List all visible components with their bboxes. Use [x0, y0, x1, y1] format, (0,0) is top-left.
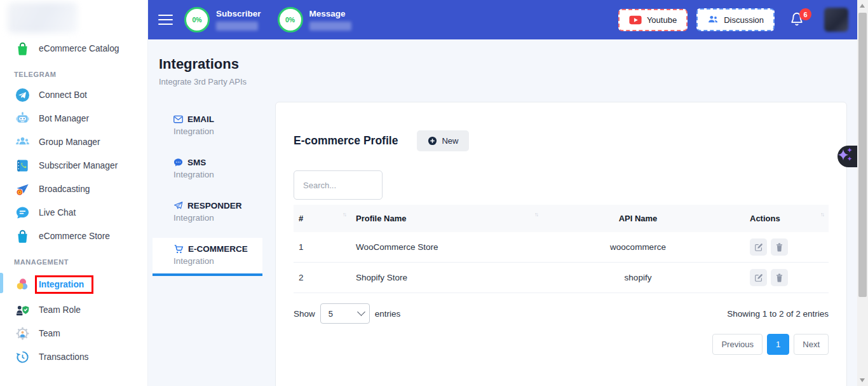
app-logo — [8, 3, 78, 33]
tab-title: EMAIL — [187, 114, 214, 124]
tab-title: SMS — [187, 158, 206, 167]
sidebar-item-ecommerce-catalog[interactable]: eCommerce Catalog — [0, 37, 147, 60]
sms-icon — [173, 158, 183, 167]
profiles-table: # ↑↓ Profile Name ↑↓ API Name Actions — [294, 205, 829, 293]
sidebar-section-management: MANAGEMENT — [14, 258, 147, 266]
profile-name-cell: Shopify Store — [351, 263, 543, 293]
subscriber-stat: 0% Subscriber — [184, 7, 261, 32]
scrollbar-thumb[interactable] — [858, 13, 867, 297]
pagination-next-button[interactable]: Next — [794, 334, 829, 355]
sidebar-item-ecommerce-store[interactable]: eCommerce Store — [0, 224, 147, 248]
trash-icon — [775, 243, 783, 252]
search-input[interactable] — [294, 170, 383, 200]
sidebar-section-telegram: TELEGRAM — [14, 71, 147, 78]
page-size-select[interactable]: 5 — [320, 303, 370, 324]
store-bag-icon — [15, 229, 30, 244]
youtube-button[interactable]: Youtube — [618, 9, 688, 31]
tab-responder-integration[interactable]: RESPONDER Integration — [148, 195, 275, 230]
contact-book-icon — [15, 158, 30, 173]
sidebar-item-label: eCommerce Store — [39, 231, 110, 241]
sidebar-item-label: Broadcasting — [39, 184, 90, 194]
sidebar-item-team[interactable]: Team — [0, 322, 147, 345]
sidebar-item-transactions[interactable]: Transactions — [0, 345, 147, 369]
table-row: 2 Shopify Store shopify — [294, 263, 829, 293]
scroll-up-arrow[interactable] — [860, 4, 865, 8]
edit-icon — [754, 243, 763, 252]
sort-icon: ↑↓ — [820, 211, 824, 217]
sidebar-item-bot-manager[interactable]: Bot Manager — [0, 107, 147, 130]
user-avatar[interactable] — [824, 8, 848, 32]
message-stat-value-redacted — [309, 22, 351, 31]
new-button-label: New — [442, 136, 458, 146]
edit-icon — [754, 273, 763, 282]
tab-subtitle: Integration — [173, 127, 269, 136]
tab-ecommerce-integration[interactable]: E-COMMERCE Integration — [153, 238, 262, 276]
hamburger-menu-icon[interactable] — [158, 15, 173, 25]
scrollbar[interactable] — [857, 0, 868, 386]
sidebar-item-label: Live Chat — [39, 208, 76, 217]
sidebar-item-label: Group Manager — [39, 137, 100, 147]
plus-circle-icon — [428, 136, 437, 146]
ai-assistant-button[interactable] — [837, 146, 857, 167]
delete-button[interactable] — [771, 269, 788, 286]
column-header-actions[interactable]: Actions ↑↓ — [733, 205, 829, 232]
notifications-button[interactable]: 6 — [790, 11, 804, 29]
sidebar-item-team-role[interactable]: Team Role — [0, 298, 147, 322]
users-icon — [707, 15, 719, 25]
tab-title: E-COMMERCE — [188, 244, 248, 254]
sidebar-item-connect-bot[interactable]: Connect Bot — [0, 83, 147, 107]
top-header: 0% Subscriber 0% Message Youtube — [148, 0, 857, 39]
subscriber-stat-value-redacted — [216, 22, 258, 31]
annotation-highlight: Integration — [35, 275, 93, 294]
sidebar-item-integration[interactable]: Integration — [0, 271, 147, 298]
entries-label: entries — [375, 309, 401, 319]
sidebar-item-broadcasting[interactable]: Broadcasting — [0, 177, 147, 201]
sidebar-item-label: Team Role — [39, 305, 81, 315]
sidebar-item-subscriber-manager[interactable]: Subscriber Manager — [0, 154, 147, 177]
sidebar-item-label: Connect Bot — [39, 90, 87, 100]
sidebar-item-group-manager[interactable]: Group Manager — [0, 130, 147, 154]
sidebar-item-live-chat[interactable]: Live Chat — [0, 201, 147, 224]
youtube-icon — [629, 15, 642, 25]
cart-icon — [173, 244, 184, 254]
show-label: Show — [294, 309, 315, 319]
page-subtitle: Integrate 3rd Party APIs — [159, 77, 857, 86]
team-gear-icon — [15, 326, 30, 341]
sidebar-item-label: Bot Manager — [39, 114, 89, 123]
ecommerce-profile-panel: E-commerce Profile New # ↑↓ — [275, 102, 847, 386]
sidebar: eCommerce Catalog TELEGRAM Connect Bot B… — [0, 0, 148, 386]
showing-entries-text: Showing 1 to 2 of 2 entries — [727, 309, 829, 319]
discussion-button-label: Discussion — [724, 15, 764, 25]
shopping-bag-icon — [15, 41, 30, 56]
discussion-button[interactable]: Discussion — [696, 8, 775, 31]
delete-button[interactable] — [771, 238, 788, 256]
email-icon — [173, 115, 183, 123]
row-number: 2 — [294, 263, 351, 293]
tab-title: RESPONDER — [187, 201, 242, 210]
sort-icon: ↑↓ — [342, 211, 346, 217]
tab-email-integration[interactable]: EMAIL Integration — [148, 108, 275, 144]
tab-sms-integration[interactable]: SMS Integration — [148, 151, 275, 187]
scroll-down-arrow[interactable] — [860, 378, 865, 382]
chat-bubble-icon — [15, 205, 30, 220]
message-stat-label: Message — [309, 9, 351, 18]
column-header-number[interactable]: # ↑↓ — [294, 205, 351, 232]
sort-icon: ↑↓ — [534, 211, 538, 217]
edit-button[interactable] — [750, 269, 767, 286]
sidebar-item-label: Team — [39, 329, 60, 338]
sidebar-item-label: Integration — [39, 280, 84, 289]
column-header-profile-name[interactable]: Profile Name ↑↓ — [351, 205, 543, 232]
active-indicator — [0, 273, 3, 293]
edit-button[interactable] — [750, 238, 767, 256]
pagination-previous-button[interactable]: Previous — [712, 334, 763, 355]
new-profile-button[interactable]: New — [417, 130, 469, 151]
tab-subtitle: Integration — [173, 256, 256, 266]
pagination-page-1-button[interactable]: 1 — [767, 334, 789, 355]
table-row: 1 WooCommerce Store woocommerce — [294, 232, 829, 263]
tab-subtitle: Integration — [173, 213, 269, 223]
sidebar-item-label: eCommerce Catalog — [39, 44, 119, 53]
column-header-api-name[interactable]: API Name — [543, 205, 733, 232]
panel-title: E-commerce Profile — [294, 134, 398, 148]
integration-circles-icon — [15, 277, 30, 292]
robot-icon — [15, 111, 30, 126]
